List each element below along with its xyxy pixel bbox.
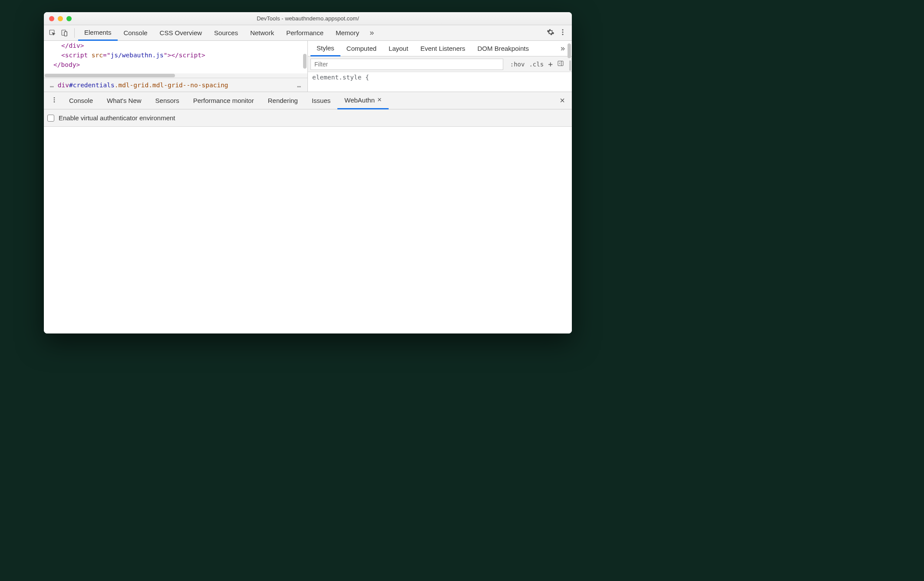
enable-virtual-authenticator-checkbox[interactable]	[47, 115, 54, 122]
titlebar: DevTools - webauthndemo.appspot.com/	[44, 12, 572, 25]
sub-tab-event-listeners[interactable]: Event Listeners	[414, 41, 471, 56]
drawer-tabstrip: Console What's New Sensors Performance m…	[44, 92, 572, 109]
breadcrumb[interactable]: … div#credentials.mdl-grid.mdl-grid--no-…	[44, 78, 307, 92]
tab-label: Performance	[286, 29, 323, 36]
svg-rect-7	[558, 61, 563, 66]
hov-toggle[interactable]: :hov	[510, 61, 525, 68]
tab-css-overview[interactable]: CSS Overview	[154, 25, 208, 41]
sub-tab-layout[interactable]: Layout	[383, 41, 414, 56]
divider	[74, 28, 75, 38]
svg-point-11	[54, 101, 55, 102]
window-title: DevTools - webauthndemo.appspot.com/	[44, 15, 572, 22]
svg-rect-2	[64, 32, 67, 36]
device-toolbar-icon[interactable]	[59, 29, 71, 37]
styles-filter-row: :hov .cls +	[308, 56, 572, 72]
svg-point-4	[562, 29, 564, 30]
resize-handle[interactable]	[569, 60, 571, 71]
breadcrumb-ellipsis[interactable]: …	[46, 82, 58, 89]
tab-elements[interactable]: Elements	[78, 25, 118, 41]
breadcrumb-ellipsis[interactable]: …	[294, 82, 305, 89]
vertical-scrollbar[interactable]	[303, 54, 307, 69]
breadcrumb-tag: div	[58, 82, 69, 89]
drawer-tab-console[interactable]: Console	[62, 92, 100, 109]
tab-console[interactable]: Console	[118, 25, 154, 41]
drawer-tab-sensors[interactable]: Sensors	[148, 92, 186, 109]
devtools-window: DevTools - webauthndemo.appspot.com/ Ele…	[44, 12, 572, 333]
webauthn-panel-body	[44, 127, 572, 333]
kebab-menu-icon[interactable]	[559, 28, 567, 37]
svg-point-10	[54, 99, 55, 101]
dom-code[interactable]: </div> <script src="js/webauthn.js"></sc…	[44, 41, 307, 73]
svg-point-9	[54, 97, 55, 99]
horizontal-scrollbar[interactable]	[44, 73, 307, 78]
breadcrumb-classes: .mdl-grid.mdl-grid--no-spacing	[115, 82, 228, 89]
svg-point-6	[562, 34, 564, 35]
tab-label: Elements	[84, 29, 112, 36]
drawer-tab-issues[interactable]: Issues	[305, 92, 337, 109]
tab-label: Network	[250, 29, 274, 36]
drawer-kebab-icon[interactable]	[46, 96, 62, 105]
tab-label: Console	[124, 29, 148, 36]
tab-label: CSS Overview	[160, 29, 202, 36]
inspect-element-icon[interactable]	[46, 29, 59, 37]
breadcrumb-id: #credentials	[69, 82, 115, 89]
dom-tree-pane: </div> <script src="js/webauthn.js"></sc…	[44, 41, 308, 92]
elements-panes: </div> <script src="js/webauthn.js"></sc…	[44, 41, 572, 92]
main-tabstrip: Elements Console CSS Overview Sources Ne…	[44, 25, 572, 41]
more-tabs-icon[interactable]: »	[365, 28, 378, 37]
drawer-tab-performance-monitor[interactable]: Performance monitor	[186, 92, 261, 109]
vertical-scrollbar[interactable]	[568, 43, 571, 58]
cls-toggle[interactable]: .cls	[529, 61, 544, 68]
settings-gear-icon[interactable]	[547, 28, 554, 37]
tab-label: Sources	[214, 29, 238, 36]
sub-tab-dom-breakpoints[interactable]: DOM Breakpoints	[472, 41, 535, 56]
style-rule[interactable]: element.style {	[308, 72, 572, 83]
new-style-rule-icon[interactable]: +	[548, 59, 553, 69]
tab-sources[interactable]: Sources	[208, 25, 244, 41]
close-drawer-icon[interactable]: ×	[555, 96, 569, 106]
drawer-tab-webauthn[interactable]: WebAuthn ×	[337, 92, 389, 109]
tab-performance[interactable]: Performance	[280, 25, 330, 41]
tab-label: Memory	[336, 29, 359, 36]
sub-tab-styles[interactable]: Styles	[310, 41, 340, 56]
styles-pane: Styles Computed Layout Event Listeners D…	[308, 41, 572, 92]
code-token: </div>	[61, 42, 84, 49]
styles-sub-tabs: Styles Computed Layout Event Listeners D…	[308, 41, 572, 56]
styles-filter-input[interactable]	[310, 59, 503, 70]
code-token: </body>	[53, 61, 80, 68]
enable-virtual-authenticator-label: Enable virtual authenticator environment	[59, 114, 175, 122]
drawer-tab-rendering[interactable]: Rendering	[261, 92, 305, 109]
close-tab-icon[interactable]: ×	[377, 96, 382, 104]
svg-point-5	[562, 32, 564, 33]
tab-network[interactable]: Network	[244, 25, 280, 41]
webauthn-toolbar: Enable virtual authenticator environment	[44, 109, 572, 127]
toggle-computed-pane-icon[interactable]	[557, 60, 564, 68]
sub-tab-computed[interactable]: Computed	[340, 41, 383, 56]
tab-memory[interactable]: Memory	[330, 25, 365, 41]
drawer-tab-whats-new[interactable]: What's New	[100, 92, 148, 109]
